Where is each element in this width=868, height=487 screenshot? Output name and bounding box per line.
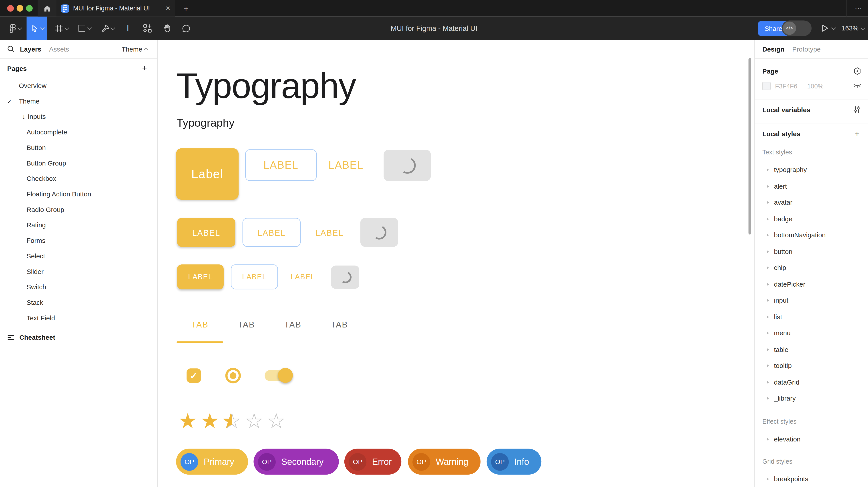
comment-tool-button[interactable] [177,17,195,40]
sidebar-item-button[interactable]: Button [0,143,157,153]
sidebar-item-cheatsheet[interactable]: Cheatsheet [0,332,157,343]
star-empty-icon[interactable]: ☆ [266,410,287,433]
window-menu-button[interactable]: ⋯ [851,0,866,17]
text-style-button[interactable]: button [754,247,868,257]
disclosure-triangle-icon[interactable] [767,283,769,286]
star-full-icon[interactable]: ★ [199,410,220,433]
sidebar-item-slider[interactable]: Slider [0,267,157,277]
tab-layers[interactable]: Layers [20,45,41,53]
tab-item-2[interactable]: TAB [230,316,263,333]
text-style-data-grid[interactable]: dataGrid [754,377,868,387]
actions-tool-button[interactable] [138,17,156,40]
text-style-date-picker[interactable]: datePicker [754,279,868,289]
disclosure-triangle-icon[interactable] [767,185,769,188]
disclosure-triangle-icon[interactable] [767,250,769,253]
loading-button-small[interactable] [331,265,359,289]
sidebar-item-fab[interactable]: Floating Action Button [0,189,157,199]
shape-tool-button[interactable] [75,17,94,40]
text-style-badge[interactable]: badge [754,214,868,224]
tab-prototype[interactable]: Prototype [792,45,820,53]
disclosure-triangle-icon[interactable] [767,364,769,367]
rating-2-5-stars[interactable]: ★ ★ ☆★ ☆ ☆ [177,410,287,433]
text-style-menu[interactable]: menu [754,328,868,338]
text-style-tooltip[interactable]: tooltip [754,361,868,370]
sidebar-item-inputs[interactable]: ↓Inputs [0,112,157,122]
star-half-icon[interactable]: ☆★ [221,410,243,433]
theme-frame-selector[interactable]: Theme [122,40,148,59]
local-styles-header[interactable]: Local styles [763,130,800,138]
tab-assets[interactable]: Assets [49,45,69,53]
sidebar-item-radio-group[interactable]: Radio Group [0,205,157,215]
text-style-typography[interactable]: typography [754,165,868,175]
disclosure-triangle-icon[interactable] [767,438,769,441]
text-style-avatar[interactable]: avatar [754,197,868,207]
file-tab[interactable]: MUI for Figma - Material UI ✕ [57,0,175,17]
add-style-button[interactable]: + [852,129,862,138]
switch-on[interactable] [265,368,293,384]
text-style-input[interactable]: input [754,295,868,305]
text-tool-button[interactable]: T [120,17,136,40]
disclosure-triangle-icon[interactable] [767,266,769,269]
toggle-visibility-button[interactable] [852,81,862,90]
text-style-bottom-navigation[interactable]: bottomNavigation [754,230,868,240]
sidebar-item-theme[interactable]: ✓Theme [0,96,157,106]
outlined-button-large[interactable]: LABEL [245,149,317,181]
tab-item-1[interactable]: TAB [183,316,216,333]
text-style-library[interactable]: _library [754,393,868,403]
sidebar-item-stack[interactable]: Stack [0,298,157,308]
text-style-list[interactable]: list [754,312,868,322]
star-full-icon[interactable]: ★ [177,410,198,433]
disclosure-triangle-icon[interactable] [767,348,769,351]
contained-button-small[interactable]: LABEL [177,264,224,289]
disclosure-triangle-icon[interactable] [767,381,769,384]
loading-button-large[interactable] [384,150,431,181]
page-fill-swatch[interactable] [763,82,771,90]
switch-thumb[interactable] [278,368,293,383]
chip-secondary[interactable]: OP Secondary [253,449,339,475]
disclosure-triangle-icon[interactable] [767,315,769,319]
local-variables-header[interactable]: Local variables [763,106,810,114]
grid-style-breakpoints[interactable]: breakpoints [754,474,868,484]
text-style-table[interactable]: table [754,345,868,355]
text-style-chip[interactable]: chip [754,263,868,273]
sidebar-item-forms[interactable]: Forms [0,236,157,246]
chip-info[interactable]: OP Info [487,449,541,475]
disclosure-triangle-icon[interactable] [767,299,769,302]
disclosure-triangle-icon[interactable] [767,201,769,204]
tab-design[interactable]: Design [763,45,785,53]
text-button-medium[interactable]: LABEL [312,218,347,247]
chip-primary[interactable]: OP Primary [176,449,248,475]
chip-error[interactable]: OP Error [344,449,401,475]
tab-close-icon[interactable]: ✕ [165,5,170,12]
pen-tool-button[interactable] [98,17,117,40]
disclosure-triangle-icon[interactable] [767,218,769,221]
page-fill-hex[interactable]: F3F4F6 [775,83,797,90]
traffic-light-minimize-button[interactable] [17,5,23,11]
disclosure-triangle-icon[interactable] [767,478,769,481]
disclosure-triangle-icon[interactable] [767,331,769,335]
search-button[interactable] [7,45,14,53]
sidebar-item-autocomplete[interactable]: Autocomplete [0,127,157,137]
hand-tool-button[interactable] [158,17,176,40]
add-page-button[interactable]: + [139,62,150,73]
dev-mode-toggle[interactable]: </> [782,21,811,36]
open-variables-button[interactable] [852,105,862,114]
page-fill-opacity[interactable]: 100% [807,83,823,90]
new-tab-button[interactable]: + [180,2,192,14]
contained-button-large[interactable]: Label [176,148,239,200]
radio-selected[interactable] [225,368,241,384]
sidebar-item-select[interactable]: Select [0,251,157,261]
main-menu-button[interactable] [4,17,26,40]
chip-warning[interactable]: OP Warning [408,449,480,475]
disclosure-triangle-icon[interactable] [767,397,769,400]
contained-button-medium[interactable]: LABEL [177,218,235,247]
text-style-alert[interactable]: alert [754,182,868,192]
traffic-light-zoom-button[interactable] [26,5,33,11]
tab-item-3[interactable]: TAB [276,316,309,333]
loading-button-medium[interactable] [361,218,398,247]
sidebar-item-switch[interactable]: Switch [0,282,157,292]
frame-tool-button[interactable] [52,17,71,40]
canvas[interactable]: Typography Typography Label LABEL LABEL … [158,40,754,487]
text-button-large[interactable]: LABEL [324,149,368,181]
star-empty-icon[interactable]: ☆ [244,410,265,433]
